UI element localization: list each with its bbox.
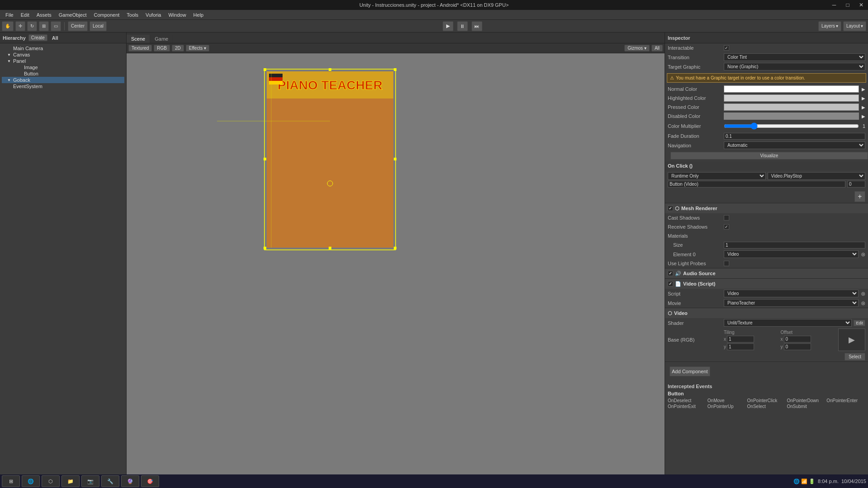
hierarchy-item-label: Image [24, 65, 38, 70]
menu-window[interactable]: Window [165, 11, 189, 19]
hierarchy-item-eventsystem[interactable]: EventSystem [2, 83, 124, 89]
rotate-tool[interactable]: ↻ [27, 21, 37, 31]
edit-button[interactable]: Edit [854, 320, 865, 326]
taskbar-unity[interactable]: ⬡ [42, 475, 60, 487]
color-multiplier-input[interactable] [724, 122, 859, 131]
hierarchy-item-canvas[interactable]: ▼ Canvas [2, 52, 124, 58]
button-video-val-input[interactable] [847, 181, 865, 188]
video-material-header[interactable]: ⬡ Video [665, 308, 868, 318]
scene-view[interactable]: PIANO TEACHER [127, 53, 665, 474]
add-component-button[interactable]: Add Component [670, 366, 710, 376]
all-button[interactable]: All [651, 45, 663, 52]
layout-button[interactable]: Layout ▾ [843, 21, 866, 31]
size-input[interactable] [724, 242, 865, 249]
video-playstop-select[interactable]: Video.PlayStop [768, 172, 866, 180]
move-tool[interactable]: ✛ [15, 21, 25, 31]
start-button[interactable]: ⊞ [2, 475, 20, 487]
local-button[interactable]: Local [90, 21, 107, 31]
tiling-x-input[interactable] [727, 336, 754, 343]
rgb-button[interactable]: RGB [154, 45, 170, 52]
use-light-probes-checkbox[interactable] [724, 261, 729, 266]
hierarchy-item-image[interactable]: Image [2, 64, 124, 70]
taskbar-chrome[interactable]: 🌐 [22, 475, 40, 487]
hierarchy-item-label: Goback [13, 77, 30, 83]
add-event-button[interactable]: + [854, 191, 865, 202]
movie-row: Movie PianoTeacher ◎ [665, 298, 868, 308]
close-button[interactable]: ✕ [854, 0, 868, 10]
video-script-title: Video (Script) [683, 281, 715, 286]
disabled-color-swatch[interactable] [724, 113, 859, 120]
highlighted-color-swatch[interactable] [724, 94, 859, 102]
menu-component[interactable]: Component [90, 11, 123, 19]
hierarchy-item-panel[interactable]: ▼ Panel [2, 58, 124, 64]
transition-select[interactable]: Color Tint [724, 53, 865, 61]
gizmos-button[interactable]: Gizmos ▾ [624, 45, 650, 52]
fade-duration-input[interactable] [724, 133, 865, 140]
menu-file[interactable]: File [2, 11, 17, 19]
element0-label: Element 0 [668, 252, 722, 257]
hierarchy-title: Hierarchy [3, 35, 26, 41]
maximize-button[interactable]: □ [841, 0, 854, 10]
offset-y-input[interactable] [784, 343, 811, 350]
tiling-y-input[interactable] [727, 343, 754, 350]
hierarchy-create-button[interactable]: Create [28, 34, 47, 41]
on-deselect-event: OnDeselect [668, 398, 707, 403]
taskbar-files[interactable]: 📁 [61, 475, 80, 487]
video-material-title: Video [674, 310, 688, 316]
add-component-container: Add Component [665, 362, 868, 381]
select-button[interactable]: Select [844, 353, 865, 361]
element0-select[interactable]: Video [724, 250, 859, 258]
2d-button[interactable]: 2D [172, 45, 184, 52]
tab-game[interactable]: Game [150, 35, 173, 43]
visualize-button[interactable]: Visualize [670, 152, 868, 160]
transition-label: Transition [668, 55, 722, 60]
svg-rect-6 [264, 158, 266, 160]
layers-button[interactable]: Layers ▾ [818, 21, 841, 31]
textured-button[interactable]: Textured [128, 45, 152, 52]
mesh-renderer-header[interactable]: ⬡ Mesh Renderer [665, 203, 868, 213]
intercepted-events-section: Intercepted Events Button OnDeselect OnM… [665, 381, 868, 412]
scale-tool[interactable]: ⊞ [39, 21, 49, 31]
pause-button[interactable]: ⏸ [457, 21, 468, 31]
menu-edit[interactable]: Edit [17, 11, 33, 19]
cast-shadows-checkbox[interactable] [724, 215, 729, 221]
shader-select[interactable]: Unlit/Texture [724, 319, 852, 327]
hierarchy-item-button[interactable]: Button [2, 70, 124, 77]
hierarchy-item-goback[interactable]: ▼ Goback [2, 77, 124, 83]
audio-source-header[interactable]: 🔊 Audio Source [665, 268, 868, 278]
menu-gameobject[interactable]: GameObject [55, 11, 90, 19]
taskbar-right: 🌐 📶 🔋 8:04 p.m. 10/04/2015 [793, 479, 866, 484]
rect-tool[interactable]: ▭ [51, 21, 61, 31]
effects-button[interactable]: Effects ▾ [186, 45, 209, 52]
menu-tools[interactable]: Tools [123, 11, 142, 19]
minimize-button[interactable]: ─ [827, 0, 841, 10]
taskbar-app1[interactable]: 📷 [81, 475, 99, 487]
interactable-checkbox[interactable] [724, 45, 729, 51]
navigation-select[interactable]: Automatic [724, 141, 865, 149]
offset-x-input[interactable] [784, 336, 811, 343]
menu-assets[interactable]: Assets [33, 11, 55, 19]
inspector-panel: Inspector Interactable Transition Color … [665, 33, 868, 474]
movie-select[interactable]: PianoTeacher [724, 299, 859, 307]
menu-vuforia[interactable]: Vuforia [142, 11, 165, 19]
hierarchy-item-main-camera[interactable]: Main Camera [2, 45, 124, 52]
normal-color-swatch[interactable] [724, 85, 859, 93]
runtime-only-select[interactable]: Runtime Only [668, 172, 766, 180]
center-button[interactable]: Center [68, 21, 88, 31]
menu-help[interactable]: Help [190, 11, 208, 19]
pressed-color-swatch[interactable] [724, 103, 859, 111]
taskbar-app4[interactable]: 🎯 [141, 475, 159, 487]
base-rgb-row: Base (RGB) Tiling Offset x x [665, 328, 868, 352]
script-select[interactable]: Video [724, 290, 859, 297]
play-button[interactable]: ▶ [443, 21, 453, 31]
step-button[interactable]: ⏭ [472, 21, 482, 31]
taskbar-app2[interactable]: 🔧 [101, 475, 119, 487]
tab-scene[interactable]: Scene [127, 35, 150, 43]
taskbar-app3[interactable]: 🔮 [121, 475, 139, 487]
hand-tool[interactable]: ✋ [2, 21, 14, 31]
video-script-header[interactable]: 📄 Video (Script) [665, 279, 868, 289]
target-graphic-select[interactable]: None (Graphic) [724, 63, 865, 70]
button-video-input[interactable] [668, 181, 845, 188]
on-pointer-enter-event: OnPointerEnter [826, 398, 865, 403]
receive-shadows-checkbox[interactable] [724, 224, 729, 230]
